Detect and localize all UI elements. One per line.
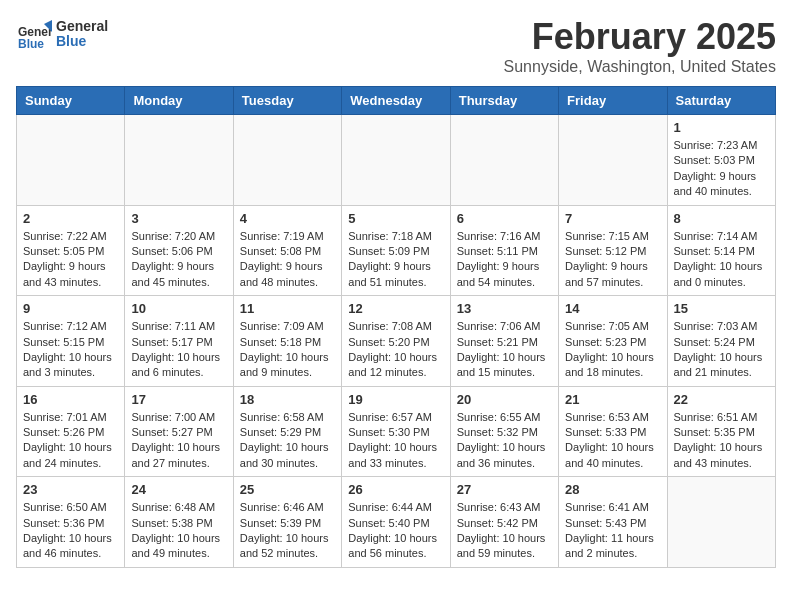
calendar-cell: 13Sunrise: 7:06 AM Sunset: 5:21 PM Dayli… bbox=[450, 296, 558, 387]
calendar-cell: 11Sunrise: 7:09 AM Sunset: 5:18 PM Dayli… bbox=[233, 296, 341, 387]
calendar-cell: 19Sunrise: 6:57 AM Sunset: 5:30 PM Dayli… bbox=[342, 386, 450, 477]
calendar-cell: 22Sunrise: 6:51 AM Sunset: 5:35 PM Dayli… bbox=[667, 386, 775, 477]
day-info: Sunrise: 6:48 AM Sunset: 5:38 PM Dayligh… bbox=[131, 500, 226, 562]
day-number: 16 bbox=[23, 392, 118, 407]
day-number: 5 bbox=[348, 211, 443, 226]
calendar-cell bbox=[667, 477, 775, 568]
calendar-cell: 4Sunrise: 7:19 AM Sunset: 5:08 PM Daylig… bbox=[233, 205, 341, 296]
calendar-cell bbox=[233, 115, 341, 206]
day-info: Sunrise: 6:58 AM Sunset: 5:29 PM Dayligh… bbox=[240, 410, 335, 472]
calendar-cell: 14Sunrise: 7:05 AM Sunset: 5:23 PM Dayli… bbox=[559, 296, 667, 387]
day-info: Sunrise: 7:11 AM Sunset: 5:17 PM Dayligh… bbox=[131, 319, 226, 381]
day-info: Sunrise: 7:16 AM Sunset: 5:11 PM Dayligh… bbox=[457, 229, 552, 291]
day-info: Sunrise: 7:12 AM Sunset: 5:15 PM Dayligh… bbox=[23, 319, 118, 381]
day-info: Sunrise: 7:03 AM Sunset: 5:24 PM Dayligh… bbox=[674, 319, 769, 381]
day-info: Sunrise: 7:15 AM Sunset: 5:12 PM Dayligh… bbox=[565, 229, 660, 291]
logo: General Blue General Blue bbox=[16, 16, 108, 52]
day-number: 23 bbox=[23, 482, 118, 497]
calendar-title: February 2025 bbox=[504, 16, 776, 58]
day-info: Sunrise: 7:01 AM Sunset: 5:26 PM Dayligh… bbox=[23, 410, 118, 472]
week-row-5: 23Sunrise: 6:50 AM Sunset: 5:36 PM Dayli… bbox=[17, 477, 776, 568]
day-number: 12 bbox=[348, 301, 443, 316]
calendar-cell: 25Sunrise: 6:46 AM Sunset: 5:39 PM Dayli… bbox=[233, 477, 341, 568]
day-info: Sunrise: 6:51 AM Sunset: 5:35 PM Dayligh… bbox=[674, 410, 769, 472]
day-info: Sunrise: 6:41 AM Sunset: 5:43 PM Dayligh… bbox=[565, 500, 660, 562]
week-row-2: 2Sunrise: 7:22 AM Sunset: 5:05 PM Daylig… bbox=[17, 205, 776, 296]
calendar-cell: 16Sunrise: 7:01 AM Sunset: 5:26 PM Dayli… bbox=[17, 386, 125, 477]
day-info: Sunrise: 6:44 AM Sunset: 5:40 PM Dayligh… bbox=[348, 500, 443, 562]
calendar-cell: 15Sunrise: 7:03 AM Sunset: 5:24 PM Dayli… bbox=[667, 296, 775, 387]
day-number: 26 bbox=[348, 482, 443, 497]
day-info: Sunrise: 7:00 AM Sunset: 5:27 PM Dayligh… bbox=[131, 410, 226, 472]
day-number: 7 bbox=[565, 211, 660, 226]
day-number: 4 bbox=[240, 211, 335, 226]
day-info: Sunrise: 6:50 AM Sunset: 5:36 PM Dayligh… bbox=[23, 500, 118, 562]
calendar-location: Sunnyside, Washington, United States bbox=[504, 58, 776, 76]
day-number: 2 bbox=[23, 211, 118, 226]
calendar-cell: 7Sunrise: 7:15 AM Sunset: 5:12 PM Daylig… bbox=[559, 205, 667, 296]
calendar-cell: 27Sunrise: 6:43 AM Sunset: 5:42 PM Dayli… bbox=[450, 477, 558, 568]
weekday-header-thursday: Thursday bbox=[450, 87, 558, 115]
day-number: 1 bbox=[674, 120, 769, 135]
weekday-header-tuesday: Tuesday bbox=[233, 87, 341, 115]
calendar-cell: 18Sunrise: 6:58 AM Sunset: 5:29 PM Dayli… bbox=[233, 386, 341, 477]
calendar-cell: 20Sunrise: 6:55 AM Sunset: 5:32 PM Dayli… bbox=[450, 386, 558, 477]
weekday-header-sunday: Sunday bbox=[17, 87, 125, 115]
svg-text:Blue: Blue bbox=[18, 37, 44, 51]
week-row-1: 1Sunrise: 7:23 AM Sunset: 5:03 PM Daylig… bbox=[17, 115, 776, 206]
day-info: Sunrise: 7:18 AM Sunset: 5:09 PM Dayligh… bbox=[348, 229, 443, 291]
calendar-cell: 8Sunrise: 7:14 AM Sunset: 5:14 PM Daylig… bbox=[667, 205, 775, 296]
weekday-header-monday: Monday bbox=[125, 87, 233, 115]
day-number: 18 bbox=[240, 392, 335, 407]
day-number: 15 bbox=[674, 301, 769, 316]
logo-icon: General Blue bbox=[16, 16, 52, 52]
day-number: 13 bbox=[457, 301, 552, 316]
day-info: Sunrise: 7:06 AM Sunset: 5:21 PM Dayligh… bbox=[457, 319, 552, 381]
day-info: Sunrise: 6:57 AM Sunset: 5:30 PM Dayligh… bbox=[348, 410, 443, 472]
calendar-cell: 2Sunrise: 7:22 AM Sunset: 5:05 PM Daylig… bbox=[17, 205, 125, 296]
calendar-cell: 10Sunrise: 7:11 AM Sunset: 5:17 PM Dayli… bbox=[125, 296, 233, 387]
day-info: Sunrise: 7:22 AM Sunset: 5:05 PM Dayligh… bbox=[23, 229, 118, 291]
calendar-table: SundayMondayTuesdayWednesdayThursdayFrid… bbox=[16, 86, 776, 568]
logo-general: General bbox=[56, 19, 108, 34]
day-info: Sunrise: 6:43 AM Sunset: 5:42 PM Dayligh… bbox=[457, 500, 552, 562]
day-info: Sunrise: 7:14 AM Sunset: 5:14 PM Dayligh… bbox=[674, 229, 769, 291]
calendar-cell: 12Sunrise: 7:08 AM Sunset: 5:20 PM Dayli… bbox=[342, 296, 450, 387]
calendar-cell: 1Sunrise: 7:23 AM Sunset: 5:03 PM Daylig… bbox=[667, 115, 775, 206]
day-info: Sunrise: 7:23 AM Sunset: 5:03 PM Dayligh… bbox=[674, 138, 769, 200]
day-number: 10 bbox=[131, 301, 226, 316]
page-header: General Blue General Blue February 2025 … bbox=[16, 16, 776, 76]
calendar-cell: 6Sunrise: 7:16 AM Sunset: 5:11 PM Daylig… bbox=[450, 205, 558, 296]
day-info: Sunrise: 7:19 AM Sunset: 5:08 PM Dayligh… bbox=[240, 229, 335, 291]
day-info: Sunrise: 7:20 AM Sunset: 5:06 PM Dayligh… bbox=[131, 229, 226, 291]
day-number: 28 bbox=[565, 482, 660, 497]
title-block: February 2025 Sunnyside, Washington, Uni… bbox=[504, 16, 776, 76]
day-number: 19 bbox=[348, 392, 443, 407]
calendar-cell: 28Sunrise: 6:41 AM Sunset: 5:43 PM Dayli… bbox=[559, 477, 667, 568]
calendar-cell: 23Sunrise: 6:50 AM Sunset: 5:36 PM Dayli… bbox=[17, 477, 125, 568]
day-info: Sunrise: 7:08 AM Sunset: 5:20 PM Dayligh… bbox=[348, 319, 443, 381]
week-row-4: 16Sunrise: 7:01 AM Sunset: 5:26 PM Dayli… bbox=[17, 386, 776, 477]
day-number: 9 bbox=[23, 301, 118, 316]
calendar-cell bbox=[559, 115, 667, 206]
day-info: Sunrise: 7:09 AM Sunset: 5:18 PM Dayligh… bbox=[240, 319, 335, 381]
calendar-cell bbox=[342, 115, 450, 206]
day-number: 3 bbox=[131, 211, 226, 226]
calendar-cell: 5Sunrise: 7:18 AM Sunset: 5:09 PM Daylig… bbox=[342, 205, 450, 296]
weekday-header-saturday: Saturday bbox=[667, 87, 775, 115]
day-number: 20 bbox=[457, 392, 552, 407]
calendar-cell: 9Sunrise: 7:12 AM Sunset: 5:15 PM Daylig… bbox=[17, 296, 125, 387]
day-number: 27 bbox=[457, 482, 552, 497]
calendar-cell: 3Sunrise: 7:20 AM Sunset: 5:06 PM Daylig… bbox=[125, 205, 233, 296]
day-number: 6 bbox=[457, 211, 552, 226]
calendar-cell: 26Sunrise: 6:44 AM Sunset: 5:40 PM Dayli… bbox=[342, 477, 450, 568]
day-info: Sunrise: 7:05 AM Sunset: 5:23 PM Dayligh… bbox=[565, 319, 660, 381]
week-row-3: 9Sunrise: 7:12 AM Sunset: 5:15 PM Daylig… bbox=[17, 296, 776, 387]
calendar-cell bbox=[17, 115, 125, 206]
weekday-header-friday: Friday bbox=[559, 87, 667, 115]
day-info: Sunrise: 6:55 AM Sunset: 5:32 PM Dayligh… bbox=[457, 410, 552, 472]
calendar-cell: 17Sunrise: 7:00 AM Sunset: 5:27 PM Dayli… bbox=[125, 386, 233, 477]
day-number: 22 bbox=[674, 392, 769, 407]
day-number: 11 bbox=[240, 301, 335, 316]
day-info: Sunrise: 6:46 AM Sunset: 5:39 PM Dayligh… bbox=[240, 500, 335, 562]
